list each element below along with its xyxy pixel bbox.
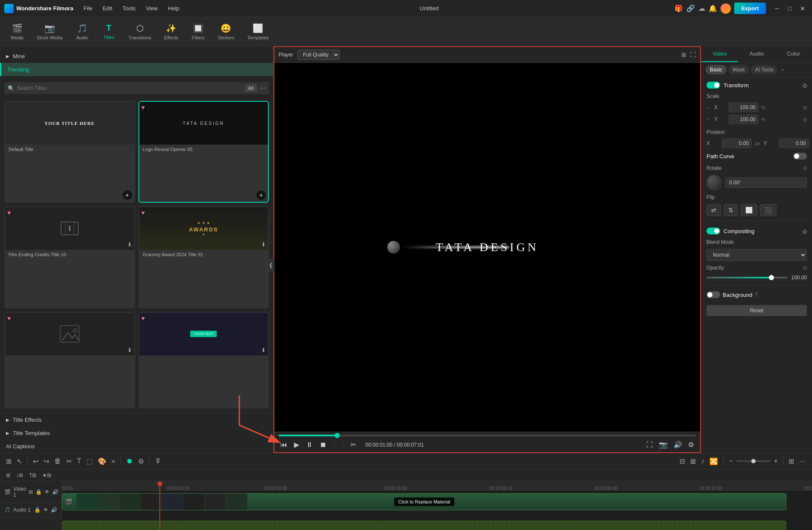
minimize-button[interactable]: ─	[773, 4, 782, 13]
flip-vertical-button[interactable]: ⇅	[724, 204, 738, 216]
screenshot-button[interactable]: 📷	[657, 440, 669, 450]
scale-y-input[interactable]	[729, 115, 759, 124]
transform-toggle[interactable]	[706, 82, 720, 89]
tool-transitions[interactable]: ⬡ Transitions	[123, 21, 157, 43]
zoom-slider[interactable]	[736, 460, 771, 462]
title-card-default[interactable]: YOUR TITLE HERE + Default Title	[4, 101, 135, 203]
tool-titles[interactable]: T Titles	[96, 21, 122, 42]
tool-filters[interactable]: 🔲 Filters	[185, 21, 211, 43]
tl-select-tool[interactable]: ↖	[15, 456, 24, 466]
avatar[interactable]	[721, 3, 731, 14]
filter-dropdown[interactable]: All	[245, 84, 257, 92]
sidebar-item-title-effects[interactable]: ▶ Title Effects	[0, 413, 273, 426]
fullscreen-icon[interactable]: ⛶	[690, 51, 696, 58]
pause-button[interactable]: ⏸	[304, 440, 315, 450]
export-button[interactable]: Export	[734, 3, 765, 14]
flip-option-3[interactable]: ⬜	[741, 204, 757, 216]
tool-effects[interactable]: ✨ Effects	[158, 21, 184, 43]
tl-record[interactable]: ⏺	[124, 456, 135, 466]
subtab-ai-tools[interactable]: AI Tools	[751, 65, 777, 74]
close-button[interactable]: ✕	[797, 4, 808, 13]
path-curve-toggle[interactable]	[793, 153, 807, 160]
audio-clip[interactable]	[62, 521, 786, 530]
tl-crop[interactable]: ⬚	[85, 456, 94, 466]
settings-button[interactable]: ⚙	[686, 440, 696, 450]
tl-split-view[interactable]: ⊟	[678, 456, 687, 466]
title-card-grammy[interactable]: ♥ ✦ ✦ ✦ AWARDS ✦ ⬇ Grammy Award 2024 Tit…	[138, 206, 269, 308]
stop-button[interactable]: ⏹	[318, 440, 328, 450]
tl-audio-record[interactable]: 🎙	[153, 456, 163, 466]
volume-button[interactable]: 🔊	[672, 440, 684, 450]
quality-select[interactable]: Full Quality	[297, 50, 340, 60]
rotate-wheel[interactable]	[706, 175, 722, 190]
add-video-icon[interactable]: ⊞	[29, 489, 33, 495]
notification-icon[interactable]: 🔔	[709, 4, 717, 12]
tab-audio[interactable]: Audio	[738, 46, 775, 62]
menu-view[interactable]: View	[141, 3, 162, 13]
rotate-input[interactable]	[725, 178, 807, 188]
video-track-lock[interactable]: 🔒	[35, 489, 42, 495]
tl-zoom-in[interactable]: +	[772, 456, 780, 466]
subtabs-more[interactable]: ›	[779, 65, 786, 74]
add-default-title-button[interactable]: +	[123, 190, 132, 200]
fit-screen-button[interactable]: ⛶	[644, 440, 655, 450]
audio-track-lock[interactable]: 🔒	[34, 507, 41, 513]
background-toggle[interactable]	[706, 291, 720, 298]
sidebar-item-title-templates[interactable]: ▶ Title Templates	[0, 426, 273, 440]
position-y-input[interactable]	[779, 139, 809, 148]
more-options-icon[interactable]: ⋯	[259, 85, 265, 92]
tool-media[interactable]: 🎬 Media	[4, 21, 30, 43]
add-logo-reveal-button[interactable]: +	[256, 190, 266, 200]
share-icon[interactable]: 🔗	[686, 4, 695, 12]
search-input[interactable]	[17, 85, 242, 91]
blend-mode-select[interactable]: Normal Multiply Screen	[706, 249, 807, 261]
tl-detach[interactable]: ⊠	[688, 456, 697, 466]
compositing-toggle[interactable]	[706, 228, 720, 234]
audio-track-eye[interactable]: 👁	[43, 507, 48, 513]
grid-view-icon[interactable]: ⊞	[681, 51, 686, 58]
tl-undo[interactable]: ↩	[31, 456, 40, 466]
title-card-5[interactable]: ♥ ⬇	[4, 312, 135, 409]
sidebar-item-trending[interactable]: Trending	[0, 63, 273, 76]
help-icon[interactable]: ?	[755, 292, 758, 298]
maximize-button[interactable]: □	[786, 4, 794, 13]
tool-templates[interactable]: ⬜ Templates	[241, 21, 274, 43]
opacity-slider-track[interactable]	[706, 277, 788, 278]
flip-option-4[interactable]: ⬛	[760, 204, 777, 216]
reset-button[interactable]: Reset	[706, 305, 807, 316]
tool-audio[interactable]: 🎵 Audio	[70, 21, 95, 43]
menu-help[interactable]: Help	[164, 3, 184, 13]
tl-add-video-track[interactable]: ⊞	[4, 471, 12, 479]
menu-tools[interactable]: Tools	[118, 3, 140, 13]
tl-redo[interactable]: ↪	[42, 456, 51, 466]
tl-settings[interactable]: ⚙	[136, 456, 146, 466]
tl-cut[interactable]: ✂	[65, 456, 74, 466]
tl-grid-view[interactable]: ⊞	[787, 456, 796, 466]
tool-stock[interactable]: 📷 Stock Media	[31, 21, 69, 43]
cloud-icon[interactable]: ☁	[698, 4, 705, 12]
audio-track-speaker[interactable]: 🔊	[51, 507, 57, 513]
subtab-mask[interactable]: Mask	[728, 65, 749, 74]
scale-x-input[interactable]	[729, 103, 759, 112]
preview-canvas[interactable]: TATA DESIGN	[274, 63, 700, 432]
tl-add-audio-track[interactable]: ♪⊞	[15, 471, 25, 479]
video-track-eye[interactable]: 👁	[44, 489, 50, 495]
title-card-film-credits[interactable]: ♥ ⬇ Film Ending Credits Title 10	[4, 206, 135, 308]
flip-horizontal-button[interactable]: ⇄	[706, 204, 721, 216]
video-clip[interactable]: 🎬 Click to Replace Material	[62, 493, 786, 510]
video-track-speaker[interactable]: 🔊	[52, 489, 59, 495]
gift-icon[interactable]: 🎁	[674, 4, 683, 12]
position-x-input[interactable]	[722, 139, 752, 148]
tab-video[interactable]: Video	[701, 46, 738, 62]
tl-color[interactable]: 🎨	[96, 456, 108, 466]
trim-button[interactable]: ✂	[349, 440, 358, 450]
collapse-panel-button[interactable]: ❮	[267, 259, 275, 272]
skip-back-button[interactable]: ⏮	[279, 440, 289, 450]
menu-edit[interactable]: Edit	[98, 3, 116, 13]
tl-zoom-out[interactable]: −	[727, 456, 734, 466]
tl-split-audio[interactable]: 🔀	[708, 456, 720, 466]
progress-bar[interactable]	[279, 435, 696, 436]
tl-delete[interactable]: 🗑	[53, 456, 63, 466]
tl-add-special-track[interactable]: ★⊞	[41, 471, 53, 479]
sidebar-item-mine[interactable]: ▶ Mine	[0, 50, 273, 63]
